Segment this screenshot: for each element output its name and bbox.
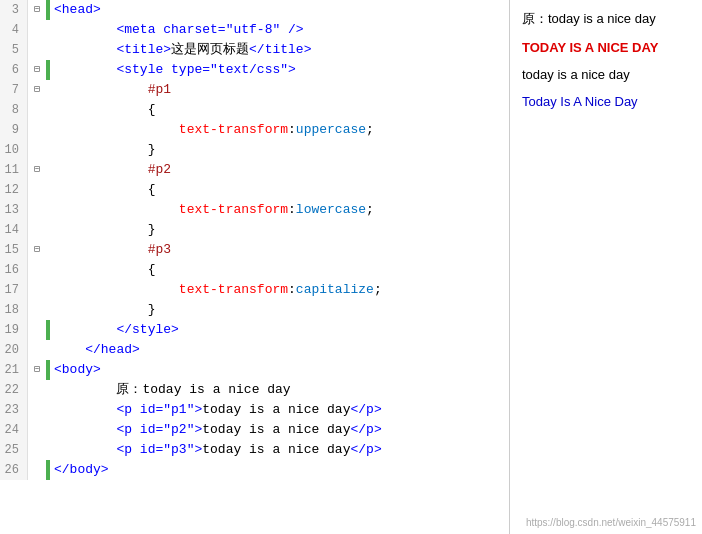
line-content: } [50,220,509,240]
fold-gutter[interactable]: ⊟ [28,0,46,20]
fold-gutter[interactable]: ⊟ [28,360,46,380]
code-line: 5 <title>这是网页标题</title> [0,40,509,60]
line-content: #p1 [50,80,509,100]
preview-original-label: 原：today is a nice day [522,10,690,28]
code-line: 23 <p id="p1">today is a nice day</p> [0,400,509,420]
code-line: 14 } [0,220,509,240]
line-content: <meta charset="utf-8" /> [50,20,509,40]
watermark: https://blog.csdn.net/weixin_44575911 [526,517,696,528]
token-tag: </p> [350,422,381,437]
code-line: 19 </style> [0,320,509,340]
token-tag: <head> [54,2,101,17]
code-line: 18 } [0,300,509,320]
code-line: 21⊟<body> [0,360,509,380]
code-line: 12 { [0,180,509,200]
token-property: text-transform [179,282,288,297]
token-property: text-transform [179,202,288,217]
line-content: <style type="text/css"> [50,60,509,80]
indent [54,202,179,217]
line-number: 13 [0,200,28,220]
token-chinese: 原：today is a nice day [116,382,290,397]
token-text-content: today is a nice day [202,442,350,457]
indent [54,162,148,177]
token-punct: : [288,122,296,137]
line-content: #p3 [50,240,509,260]
token-tag: </body> [54,462,109,477]
token-tag: <p id="p3"> [116,442,202,457]
token-text-content: today is a nice day [202,402,350,417]
token-value: uppercase [296,122,366,137]
indent [54,182,148,197]
fold-gutter[interactable]: ⊟ [28,60,46,80]
code-line: 15⊟ #p3 [0,240,509,260]
indent [54,442,116,457]
code-line: 13 text-transform:lowercase; [0,200,509,220]
token-punct: { [148,182,156,197]
code-line: 24 <p id="p2">today is a nice day</p> [0,420,509,440]
preview-p3: Today Is A Nice Day [522,94,690,109]
code-line: 7⊟ #p1 [0,80,509,100]
line-content: text-transform:uppercase; [50,120,509,140]
code-editor: 3⊟<head>4 <meta charset="utf-8" />5 <tit… [0,0,510,534]
line-content: } [50,140,509,160]
line-number: 4 [0,20,28,40]
preview-panel: 原：today is a nice day TODAY IS A NICE DA… [510,0,702,534]
token-value: capitalize [296,282,374,297]
indent [54,242,148,257]
indent [54,142,148,157]
line-content: <body> [50,360,509,380]
line-number: 3 [0,0,28,20]
code-line: 22 原：today is a nice day [0,380,509,400]
token-selector: #p2 [148,162,171,177]
line-content: </style> [50,320,509,340]
indent [54,342,85,357]
indent [54,402,116,417]
line-number: 23 [0,400,28,420]
indent [54,382,116,397]
token-punct: ; [366,122,374,137]
line-content: <head> [50,0,509,20]
indent [54,302,148,317]
line-content: </body> [50,460,509,480]
preview-p1: TODAY IS A NICE DAY [522,40,690,55]
token-tag: </head> [85,342,140,357]
line-number: 26 [0,460,28,480]
fold-gutter[interactable]: ⊟ [28,160,46,180]
indent [54,42,116,57]
token-property: text-transform [179,122,288,137]
token-tag: <title> [116,42,171,57]
line-content: <p id="p1">today is a nice day</p> [50,400,509,420]
line-content: text-transform:lowercase; [50,200,509,220]
line-number: 8 [0,100,28,120]
code-line: 26</body> [0,460,509,480]
line-number: 11 [0,160,28,180]
indent [54,262,148,277]
preview-p2: today is a nice day [522,67,690,82]
line-number: 25 [0,440,28,460]
code-line: 10 } [0,140,509,160]
line-content: <title>这是网页标题</title> [50,40,509,60]
fold-gutter[interactable]: ⊟ [28,80,46,100]
indent [54,122,179,137]
fold-gutter[interactable]: ⊟ [28,240,46,260]
code-line: 16 { [0,260,509,280]
token-tag: </style> [116,322,178,337]
token-text-content: today is a nice day [202,422,350,437]
indent [54,282,179,297]
token-punct: } [148,142,156,157]
line-number: 7 [0,80,28,100]
line-content: { [50,100,509,120]
code-line: 9 text-transform:uppercase; [0,120,509,140]
code-line: 8 { [0,100,509,120]
indent [54,222,148,237]
token-tag: </title> [249,42,311,57]
line-number: 19 [0,320,28,340]
indent [54,102,148,117]
token-punct: { [148,262,156,277]
token-value: lowercase [296,202,366,217]
line-number: 22 [0,380,28,400]
line-number: 24 [0,420,28,440]
token-tag: <meta charset="utf-8" /> [116,22,303,37]
token-selector: #p3 [148,242,171,257]
line-number: 12 [0,180,28,200]
